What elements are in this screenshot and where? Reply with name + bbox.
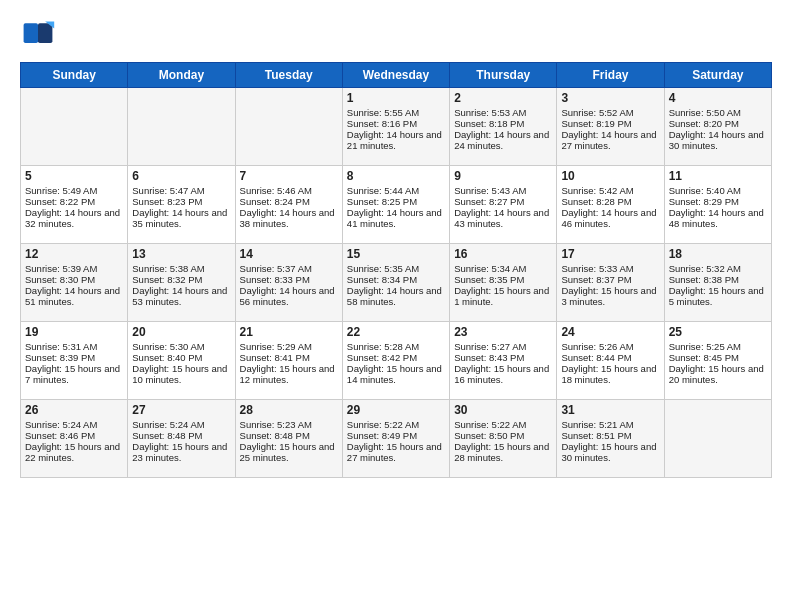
- calendar-cell: [664, 400, 771, 478]
- day-info: Daylight: 15 hours and 22 minutes.: [25, 441, 123, 463]
- week-row-4: 19Sunrise: 5:31 AMSunset: 8:39 PMDayligh…: [21, 322, 772, 400]
- header: [20, 16, 772, 52]
- day-info: Sunrise: 5:28 AM: [347, 341, 445, 352]
- svg-rect-1: [38, 23, 52, 43]
- calendar-cell: 9Sunrise: 5:43 AMSunset: 8:27 PMDaylight…: [450, 166, 557, 244]
- day-number: 14: [240, 247, 338, 261]
- calendar-cell: 21Sunrise: 5:29 AMSunset: 8:41 PMDayligh…: [235, 322, 342, 400]
- day-number: 11: [669, 169, 767, 183]
- day-info: Sunset: 8:34 PM: [347, 274, 445, 285]
- day-info: Sunrise: 5:35 AM: [347, 263, 445, 274]
- day-info: Sunset: 8:41 PM: [240, 352, 338, 363]
- day-info: Daylight: 15 hours and 1 minute.: [454, 285, 552, 307]
- day-info: Sunset: 8:16 PM: [347, 118, 445, 129]
- day-info: Sunset: 8:20 PM: [669, 118, 767, 129]
- calendar-cell: 25Sunrise: 5:25 AMSunset: 8:45 PMDayligh…: [664, 322, 771, 400]
- day-info: Sunset: 8:40 PM: [132, 352, 230, 363]
- day-info: Sunset: 8:51 PM: [561, 430, 659, 441]
- day-number: 24: [561, 325, 659, 339]
- day-info: Sunrise: 5:22 AM: [347, 419, 445, 430]
- day-header-saturday: Saturday: [664, 63, 771, 88]
- day-number: 9: [454, 169, 552, 183]
- calendar-table: SundayMondayTuesdayWednesdayThursdayFrid…: [20, 62, 772, 478]
- day-info: Sunset: 8:18 PM: [454, 118, 552, 129]
- day-info: Sunset: 8:44 PM: [561, 352, 659, 363]
- calendar-cell: 19Sunrise: 5:31 AMSunset: 8:39 PMDayligh…: [21, 322, 128, 400]
- day-number: 26: [25, 403, 123, 417]
- calendar-cell: 8Sunrise: 5:44 AMSunset: 8:25 PMDaylight…: [342, 166, 449, 244]
- day-info: Daylight: 14 hours and 43 minutes.: [454, 207, 552, 229]
- day-info: Daylight: 14 hours and 35 minutes.: [132, 207, 230, 229]
- calendar-cell: 3Sunrise: 5:52 AMSunset: 8:19 PMDaylight…: [557, 88, 664, 166]
- day-info: Sunrise: 5:24 AM: [132, 419, 230, 430]
- day-info: Daylight: 15 hours and 14 minutes.: [347, 363, 445, 385]
- day-info: Daylight: 15 hours and 12 minutes.: [240, 363, 338, 385]
- day-info: Daylight: 15 hours and 3 minutes.: [561, 285, 659, 307]
- day-number: 27: [132, 403, 230, 417]
- calendar-cell: 2Sunrise: 5:53 AMSunset: 8:18 PMDaylight…: [450, 88, 557, 166]
- day-info: Daylight: 15 hours and 28 minutes.: [454, 441, 552, 463]
- day-info: Sunrise: 5:24 AM: [25, 419, 123, 430]
- calendar-cell: 11Sunrise: 5:40 AMSunset: 8:29 PMDayligh…: [664, 166, 771, 244]
- calendar-cell: 17Sunrise: 5:33 AMSunset: 8:37 PMDayligh…: [557, 244, 664, 322]
- day-number: 19: [25, 325, 123, 339]
- day-info: Sunrise: 5:34 AM: [454, 263, 552, 274]
- days-header-row: SundayMondayTuesdayWednesdayThursdayFrid…: [21, 63, 772, 88]
- day-number: 18: [669, 247, 767, 261]
- day-info: Sunrise: 5:29 AM: [240, 341, 338, 352]
- day-info: Daylight: 15 hours and 20 minutes.: [669, 363, 767, 385]
- day-header-friday: Friday: [557, 63, 664, 88]
- day-info: Sunset: 8:38 PM: [669, 274, 767, 285]
- day-number: 21: [240, 325, 338, 339]
- day-number: 4: [669, 91, 767, 105]
- calendar-cell: 1Sunrise: 5:55 AMSunset: 8:16 PMDaylight…: [342, 88, 449, 166]
- day-number: 20: [132, 325, 230, 339]
- day-info: Daylight: 14 hours and 27 minutes.: [561, 129, 659, 151]
- day-info: Sunset: 8:48 PM: [132, 430, 230, 441]
- day-number: 28: [240, 403, 338, 417]
- day-header-tuesday: Tuesday: [235, 63, 342, 88]
- calendar-cell: 22Sunrise: 5:28 AMSunset: 8:42 PMDayligh…: [342, 322, 449, 400]
- day-info: Sunrise: 5:46 AM: [240, 185, 338, 196]
- day-info: Sunset: 8:50 PM: [454, 430, 552, 441]
- day-info: Sunset: 8:23 PM: [132, 196, 230, 207]
- day-info: Daylight: 15 hours and 27 minutes.: [347, 441, 445, 463]
- week-row-2: 5Sunrise: 5:49 AMSunset: 8:22 PMDaylight…: [21, 166, 772, 244]
- day-info: Daylight: 14 hours and 48 minutes.: [669, 207, 767, 229]
- week-row-1: 1Sunrise: 5:55 AMSunset: 8:16 PMDaylight…: [21, 88, 772, 166]
- day-number: 31: [561, 403, 659, 417]
- day-info: Sunset: 8:33 PM: [240, 274, 338, 285]
- day-info: Daylight: 15 hours and 30 minutes.: [561, 441, 659, 463]
- calendar-cell: 12Sunrise: 5:39 AMSunset: 8:30 PMDayligh…: [21, 244, 128, 322]
- day-info: Sunset: 8:43 PM: [454, 352, 552, 363]
- day-info: Daylight: 14 hours and 32 minutes.: [25, 207, 123, 229]
- day-info: Sunrise: 5:50 AM: [669, 107, 767, 118]
- day-info: Daylight: 14 hours and 53 minutes.: [132, 285, 230, 307]
- day-number: 2: [454, 91, 552, 105]
- day-info: Sunrise: 5:55 AM: [347, 107, 445, 118]
- day-info: Daylight: 15 hours and 25 minutes.: [240, 441, 338, 463]
- calendar-cell: 28Sunrise: 5:23 AMSunset: 8:48 PMDayligh…: [235, 400, 342, 478]
- day-info: Sunrise: 5:37 AM: [240, 263, 338, 274]
- day-info: Daylight: 14 hours and 38 minutes.: [240, 207, 338, 229]
- calendar-cell: 24Sunrise: 5:26 AMSunset: 8:44 PMDayligh…: [557, 322, 664, 400]
- day-info: Sunrise: 5:30 AM: [132, 341, 230, 352]
- calendar-cell: 31Sunrise: 5:21 AMSunset: 8:51 PMDayligh…: [557, 400, 664, 478]
- day-info: Sunrise: 5:31 AM: [25, 341, 123, 352]
- day-number: 30: [454, 403, 552, 417]
- day-info: Sunrise: 5:44 AM: [347, 185, 445, 196]
- day-info: Daylight: 15 hours and 7 minutes.: [25, 363, 123, 385]
- day-info: Sunrise: 5:38 AM: [132, 263, 230, 274]
- calendar-cell: 4Sunrise: 5:50 AMSunset: 8:20 PMDaylight…: [664, 88, 771, 166]
- day-info: Sunset: 8:37 PM: [561, 274, 659, 285]
- calendar-cell: 30Sunrise: 5:22 AMSunset: 8:50 PMDayligh…: [450, 400, 557, 478]
- calendar-cell: 14Sunrise: 5:37 AMSunset: 8:33 PMDayligh…: [235, 244, 342, 322]
- day-info: Daylight: 14 hours and 30 minutes.: [669, 129, 767, 151]
- day-info: Sunrise: 5:53 AM: [454, 107, 552, 118]
- logo-icon: [20, 16, 56, 52]
- day-info: Daylight: 14 hours and 56 minutes.: [240, 285, 338, 307]
- day-number: 29: [347, 403, 445, 417]
- calendar-cell: 16Sunrise: 5:34 AMSunset: 8:35 PMDayligh…: [450, 244, 557, 322]
- day-info: Sunset: 8:42 PM: [347, 352, 445, 363]
- day-number: 16: [454, 247, 552, 261]
